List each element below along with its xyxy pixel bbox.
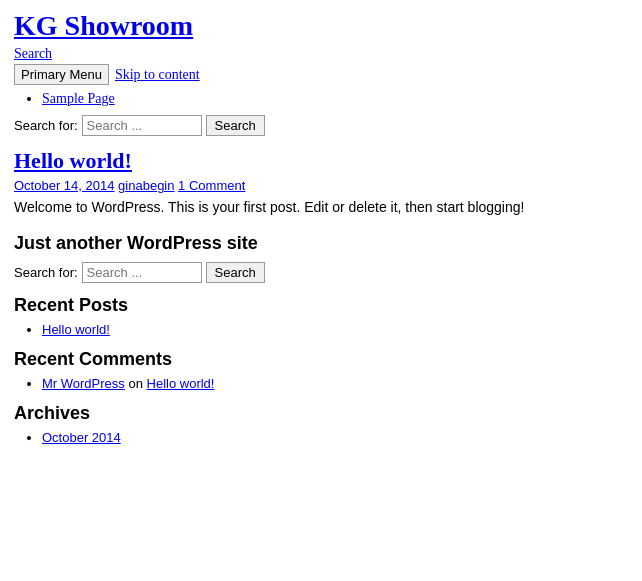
- list-item: Mr WordPress on Hello world!: [42, 376, 628, 391]
- main-post: Hello world! October 14, 2014 ginabegin …: [14, 148, 628, 215]
- nav-bar: Primary Menu Skip to content: [14, 64, 628, 85]
- comment-on-text: on: [128, 376, 146, 391]
- sidebar-search-bar: Search for: Search: [14, 262, 628, 283]
- site-title-link[interactable]: KG Showroom: [14, 10, 193, 41]
- skip-to-content-link[interactable]: Skip to content: [115, 67, 200, 83]
- sidebar: Just another WordPress site Search for: …: [14, 233, 628, 445]
- list-item: Hello world!: [42, 322, 628, 337]
- top-search-label: Search for:: [14, 118, 78, 133]
- list-item: October 2014: [42, 430, 628, 445]
- nav-menu-item: Sample Page: [42, 91, 628, 107]
- recent-comments-list: Mr WordPress on Hello world!: [14, 376, 628, 391]
- top-search-button[interactable]: Search: [206, 115, 265, 136]
- top-search-input[interactable]: [82, 115, 202, 136]
- archives-list: October 2014: [14, 430, 628, 445]
- recent-post-link[interactable]: Hello world!: [42, 322, 110, 337]
- post-comments-link[interactable]: 1 Comment: [178, 178, 245, 193]
- commented-post-link[interactable]: Hello world!: [147, 376, 215, 391]
- post-content: Welcome to WordPress. This is your first…: [14, 199, 628, 215]
- commenter-link[interactable]: Mr WordPress: [42, 376, 125, 391]
- archives-title: Archives: [14, 403, 628, 424]
- sidebar-search-input[interactable]: [82, 262, 202, 283]
- nav-sample-page-link[interactable]: Sample Page: [42, 91, 115, 106]
- site-tagline: Just another WordPress site: [14, 233, 628, 254]
- site-title: KG Showroom: [14, 10, 628, 42]
- recent-comments-title: Recent Comments: [14, 349, 628, 370]
- top-search-bar: Search for: Search: [14, 115, 628, 136]
- site-header: KG Showroom: [14, 10, 628, 42]
- post-meta: October 14, 2014 ginabegin 1 Comment: [14, 178, 628, 193]
- recent-posts-title: Recent Posts: [14, 295, 628, 316]
- post-title-link[interactable]: Hello world!: [14, 148, 132, 173]
- recent-posts-list: Hello world!: [14, 322, 628, 337]
- sidebar-search-label: Search for:: [14, 265, 78, 280]
- primary-menu-button[interactable]: Primary Menu: [14, 64, 109, 85]
- post-date-link[interactable]: October 14, 2014: [14, 178, 114, 193]
- sidebar-search-button[interactable]: Search: [206, 262, 265, 283]
- archive-link[interactable]: October 2014: [42, 430, 121, 445]
- post-title: Hello world!: [14, 148, 628, 174]
- header-search-link[interactable]: Search: [14, 46, 628, 62]
- nav-menu: Sample Page: [14, 91, 628, 107]
- post-author-link[interactable]: ginabegin: [118, 178, 174, 193]
